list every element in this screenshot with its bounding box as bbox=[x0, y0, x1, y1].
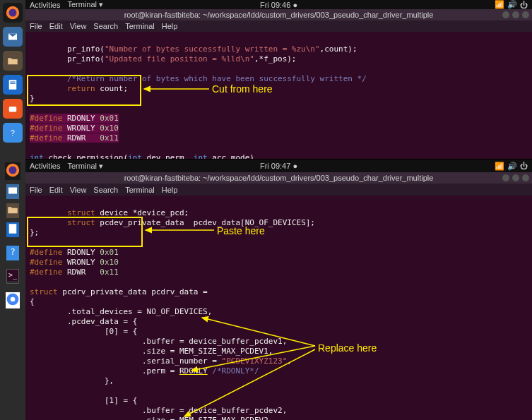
app-indicator[interactable]: Terminal ▾ bbox=[67, 0, 103, 9]
window-title-bar: root@kiran-fastbiteba: ~/workspace/ldd/c… bbox=[25, 172, 532, 184]
mail-icon[interactable] bbox=[6, 184, 19, 199]
writer-icon[interactable] bbox=[3, 75, 23, 95]
firefox-icon[interactable] bbox=[3, 3, 23, 23]
top-bar-2: Activities Terminal ▾ Fri 09:47 ● 📶 🔊 ⏻ bbox=[25, 160, 532, 172]
highlight-cut-box bbox=[27, 75, 141, 106]
writer-icon[interactable] bbox=[6, 222, 19, 237]
highlight-paste-box bbox=[27, 217, 143, 247]
svg-point-1 bbox=[9, 9, 17, 17]
menu-bar: File Edit View Search Terminal Help bbox=[25, 20, 532, 32]
volume-icon[interactable]: 🔊 bbox=[507, 162, 517, 171]
close-icon[interactable] bbox=[522, 11, 529, 18]
chrome-icon[interactable] bbox=[6, 292, 20, 308]
store-icon[interactable] bbox=[3, 99, 23, 119]
close-icon[interactable] bbox=[522, 174, 529, 181]
help-icon[interactable]: ? bbox=[6, 246, 19, 260]
files-icon[interactable] bbox=[6, 203, 19, 218]
help-icon[interactable]: ? bbox=[3, 123, 23, 143]
menu-terminal[interactable]: Terminal bbox=[125, 186, 155, 194]
window-title-bar: root@kiran-fastbiteba: ~/workspace/ldd/c… bbox=[25, 9, 532, 20]
svg-rect-3 bbox=[10, 82, 16, 83]
menu-edit[interactable]: Edit bbox=[49, 22, 63, 30]
top-bar-1: Activities Terminal ▾ Fri 09:46 ● 📶 🔊 ⏻ bbox=[25, 0, 532, 9]
clock[interactable]: Fri 09:46 ● bbox=[260, 1, 297, 9]
maximize-icon[interactable] bbox=[512, 174, 519, 181]
svg-text:>_: >_ bbox=[8, 271, 18, 280]
activities-btn[interactable]: Activities bbox=[30, 162, 60, 170]
svg-rect-10 bbox=[9, 224, 17, 234]
menu-bar: File Edit View Search Terminal Help bbox=[25, 184, 532, 196]
menu-file[interactable]: File bbox=[30, 186, 42, 194]
menu-search[interactable]: Search bbox=[93, 22, 118, 30]
network-icon[interactable]: 📶 bbox=[495, 0, 504, 9]
menu-search[interactable]: Search bbox=[93, 186, 118, 194]
menu-view[interactable]: View bbox=[70, 22, 87, 30]
mail-icon[interactable] bbox=[3, 27, 23, 47]
svg-rect-5 bbox=[9, 107, 17, 112]
svg-point-16 bbox=[11, 297, 16, 302]
power-icon[interactable]: ⏻ bbox=[520, 1, 528, 9]
menu-help[interactable]: Help bbox=[162, 186, 178, 194]
terminal-icon[interactable]: >_ bbox=[6, 269, 19, 284]
menu-view[interactable]: View bbox=[70, 186, 87, 194]
menu-help[interactable]: Help bbox=[162, 22, 178, 30]
window-title: root@kiran-fastbiteba: ~/workspace/ldd/c… bbox=[124, 11, 434, 19]
power-icon[interactable]: ⏻ bbox=[520, 162, 528, 170]
files-icon[interactable] bbox=[3, 51, 23, 71]
svg-rect-4 bbox=[10, 83, 16, 84]
minimize-icon[interactable] bbox=[502, 174, 509, 181]
anno-paste: Paste here bbox=[217, 225, 265, 236]
app-indicator[interactable]: Terminal ▾ bbox=[67, 162, 103, 171]
menu-terminal[interactable]: Terminal bbox=[125, 22, 155, 30]
network-icon[interactable]: 📶 bbox=[495, 162, 504, 171]
maximize-icon[interactable] bbox=[512, 11, 519, 18]
svg-rect-2 bbox=[9, 80, 17, 90]
menu-file[interactable]: File bbox=[30, 22, 42, 30]
volume-icon[interactable]: 🔊 bbox=[507, 0, 517, 9]
activities-btn[interactable]: Activities bbox=[30, 1, 60, 9]
svg-text:?: ? bbox=[10, 247, 15, 257]
anno-cut: Cut from here bbox=[212, 83, 273, 95]
clock[interactable]: Fri 09:47 ● bbox=[260, 162, 297, 170]
window-title: root@kiran-fastbiteba: ~/workspace/ldd/c… bbox=[124, 174, 434, 182]
anno-replace: Replace here bbox=[318, 342, 377, 354]
svg-point-9 bbox=[9, 167, 17, 174]
svg-text:?: ? bbox=[11, 128, 15, 137]
minimize-icon[interactable] bbox=[502, 11, 509, 18]
menu-edit[interactable]: Edit bbox=[49, 186, 63, 194]
firefox-icon[interactable] bbox=[5, 162, 20, 180]
